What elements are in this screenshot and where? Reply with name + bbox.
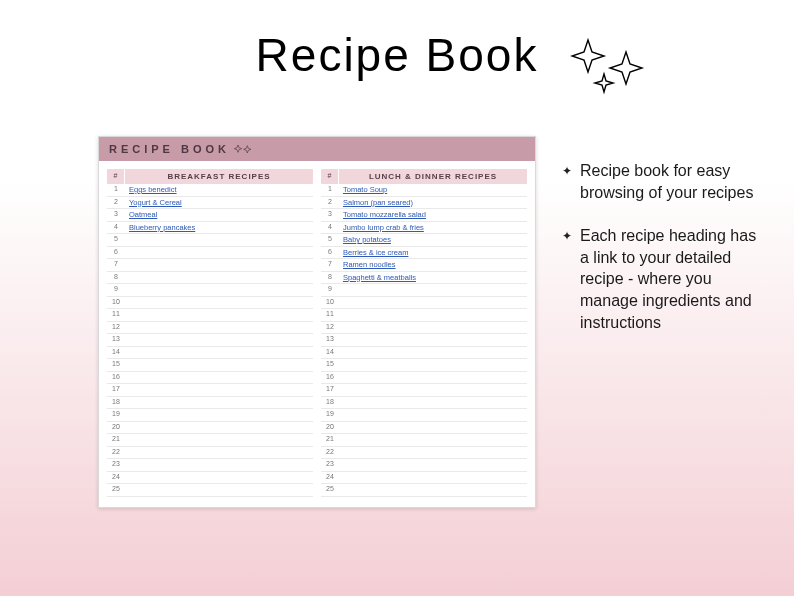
row-number: 18 <box>321 397 339 409</box>
row-number: 24 <box>321 472 339 484</box>
row-number: 2 <box>107 197 125 209</box>
recipe-name-cell <box>125 347 313 359</box>
recipe-link[interactable]: Spaghetti & meatballs <box>343 273 416 282</box>
row-number: 7 <box>321 259 339 271</box>
recipe-name-cell <box>339 372 527 384</box>
recipe-name-cell <box>125 447 313 459</box>
recipe-name-cell <box>339 359 527 371</box>
recipe-link[interactable]: Oatmeal <box>129 210 157 219</box>
recipe-name-cell <box>125 234 313 246</box>
row-number: 16 <box>107 372 125 384</box>
row-number: 2 <box>321 197 339 209</box>
row-number: 14 <box>107 347 125 359</box>
recipe-name-cell <box>125 459 313 471</box>
row-number: 15 <box>321 359 339 371</box>
recipe-name-cell <box>339 322 527 334</box>
row-number: 20 <box>321 422 339 434</box>
page-title: Recipe Book <box>0 28 794 82</box>
table-row: 21 <box>321 434 527 447</box>
table-row: 24 <box>107 472 313 485</box>
table-row: 2Salmon (pan seared) <box>321 197 527 210</box>
row-number: 9 <box>107 284 125 296</box>
bullet-text: Each recipe heading has a link to your d… <box>580 225 762 333</box>
table-row: 21 <box>107 434 313 447</box>
recipe-name-cell <box>125 284 313 296</box>
recipe-link[interactable]: Tomato Soup <box>343 185 387 194</box>
recipe-column: #BREAKFAST RECIPES1Eggs benedict2Yogurt … <box>107 169 313 497</box>
table-row: 4Blueberry pancakes <box>107 222 313 235</box>
table-row: 4Jumbo lump crab & fries <box>321 222 527 235</box>
sheet-header-title: RECIPE BOOK <box>109 143 230 155</box>
table-row: 11 <box>321 309 527 322</box>
recipe-name-cell <box>125 247 313 259</box>
row-number: 14 <box>321 347 339 359</box>
row-number: 5 <box>107 234 125 246</box>
recipe-column: #LUNCH & DINNER RECIPES1Tomato Soup2Salm… <box>321 169 527 497</box>
row-number: 6 <box>107 247 125 259</box>
recipe-link[interactable]: Tomato mozzarella salad <box>343 210 426 219</box>
table-row: 13 <box>321 334 527 347</box>
table-row: 9 <box>107 284 313 297</box>
table-row: 9 <box>321 284 527 297</box>
recipe-name-cell <box>125 272 313 284</box>
row-number: 20 <box>107 422 125 434</box>
table-row: 17 <box>107 384 313 397</box>
table-row: 20 <box>107 422 313 435</box>
row-number: 21 <box>107 434 125 446</box>
row-number: 9 <box>321 284 339 296</box>
recipe-name-cell <box>125 259 313 271</box>
recipe-link[interactable]: Ramen noodles <box>343 260 396 269</box>
row-number: 6 <box>321 247 339 259</box>
row-number: 10 <box>321 297 339 309</box>
row-number: 1 <box>321 184 339 196</box>
table-row: 5Baby potatoes <box>321 234 527 247</box>
column-number-header: # <box>321 169 339 184</box>
recipe-name-cell <box>125 372 313 384</box>
table-row: 16 <box>107 372 313 385</box>
table-row: 12 <box>107 322 313 335</box>
recipe-link[interactable]: Eggs benedict <box>129 185 177 194</box>
table-row: 13 <box>107 334 313 347</box>
recipe-name-cell <box>339 422 527 434</box>
recipe-name-cell <box>339 472 527 484</box>
table-row: 1Eggs benedict <box>107 184 313 197</box>
feature-bullet: Recipe book for easy browsing of your re… <box>562 160 762 203</box>
recipe-name-cell <box>339 459 527 471</box>
feature-bullet: Each recipe heading has a link to your d… <box>562 225 762 333</box>
recipe-link[interactable]: Blueberry pancakes <box>129 223 195 232</box>
recipe-link[interactable]: Yogurt & Cereal <box>129 198 182 207</box>
row-number: 4 <box>321 222 339 234</box>
row-number: 3 <box>321 209 339 221</box>
table-row: 6 <box>107 247 313 260</box>
recipe-link[interactable]: Berries & ice cream <box>343 248 408 257</box>
row-number: 17 <box>107 384 125 396</box>
recipe-link[interactable]: Baby potatoes <box>343 235 391 244</box>
table-row: 22 <box>321 447 527 460</box>
row-number: 25 <box>321 484 339 496</box>
recipe-name-cell <box>125 397 313 409</box>
row-number: 7 <box>107 259 125 271</box>
table-row: 10 <box>107 297 313 310</box>
bullet-text: Recipe book for easy browsing of your re… <box>580 160 762 203</box>
recipe-name-cell <box>339 384 527 396</box>
recipe-link[interactable]: Salmon (pan seared) <box>343 198 413 207</box>
table-row: 18 <box>321 397 527 410</box>
sheet-header: RECIPE BOOK <box>99 137 535 161</box>
recipe-name-cell <box>339 447 527 459</box>
recipe-name-cell <box>339 409 527 421</box>
table-row: 23 <box>107 459 313 472</box>
column-title: LUNCH & DINNER RECIPES <box>339 169 527 184</box>
recipe-name-cell <box>339 397 527 409</box>
row-number: 17 <box>321 384 339 396</box>
table-row: 6Berries & ice cream <box>321 247 527 260</box>
recipe-columns: #BREAKFAST RECIPES1Eggs benedict2Yogurt … <box>99 161 535 507</box>
row-number: 23 <box>107 459 125 471</box>
row-number: 19 <box>321 409 339 421</box>
row-number: 11 <box>107 309 125 321</box>
recipe-name-cell <box>125 384 313 396</box>
recipe-name-cell <box>125 334 313 346</box>
row-number: 8 <box>107 272 125 284</box>
recipe-name-cell <box>125 297 313 309</box>
table-row: 5 <box>107 234 313 247</box>
recipe-link[interactable]: Jumbo lump crab & fries <box>343 223 424 232</box>
